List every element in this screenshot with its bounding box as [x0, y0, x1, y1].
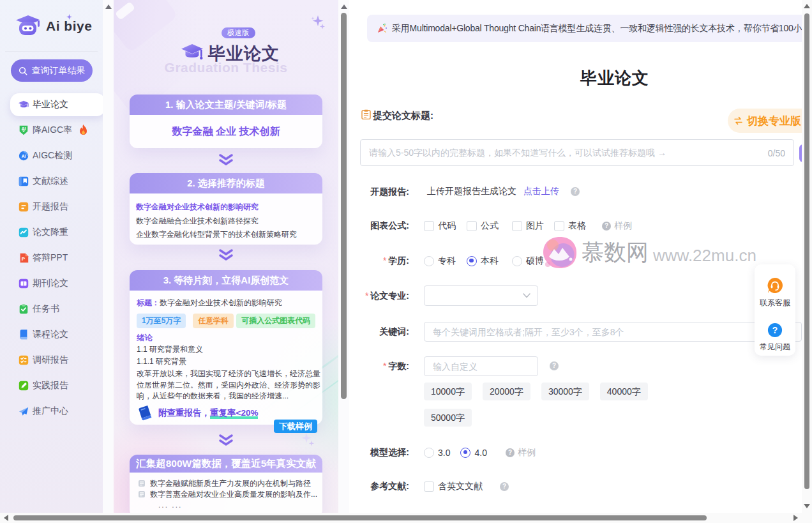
contact-service-item[interactable]: 联系客服	[755, 277, 795, 308]
keywords-input[interactable]	[433, 322, 772, 341]
scroll-up-arrow-icon[interactable]	[105, 4, 112, 9]
defense-ppt-icon: P	[18, 252, 29, 264]
customer-service-icon	[767, 277, 783, 294]
word-option-10000[interactable]: 10000字	[424, 383, 472, 400]
radio-label[interactable]: 3.0	[438, 448, 450, 458]
faq-item[interactable]: ? 常见问题	[755, 322, 795, 352]
scroll-right-arrow-icon[interactable]	[793, 515, 798, 521]
word-option-30000[interactable]: 30000字	[541, 383, 589, 400]
help-question-icon[interactable]	[550, 361, 559, 370]
click-upload-link[interactable]: 点击上传	[523, 186, 559, 197]
radio-label[interactable]: 4.0	[474, 448, 486, 458]
checkbox-label[interactable]: 含英文文献	[438, 481, 483, 492]
help-question-icon[interactable]	[506, 448, 515, 457]
recommended-title[interactable]: 数字金融融合企业技术创新路径探究	[136, 215, 317, 227]
promo-panel: 极速版 毕业论文 Graduation Thesis 1. 输入论文主题/关键词…	[114, 0, 338, 513]
checkbox-code[interactable]	[424, 221, 434, 231]
checkbox-table[interactable]	[554, 221, 564, 231]
sample-link[interactable]: 样例	[614, 220, 632, 232]
thesis-title-input[interactable]	[369, 140, 739, 165]
sidebar-item-paper-dedup[interactable]: 论文降重	[0, 220, 103, 245]
aigc-detect-icon: AI	[18, 150, 29, 162]
horizontal-scrollbar[interactable]	[0, 513, 802, 523]
word-count-input[interactable]	[433, 357, 529, 375]
checkbox-label[interactable]: 代码	[438, 220, 456, 232]
scroll-up-arrow-icon[interactable]	[341, 4, 347, 9]
sidebar-item-journal-paper[interactable]: 期刊论文	[0, 271, 103, 296]
document-icon	[138, 480, 146, 487]
scrollbar-thumb[interactable]	[13, 515, 707, 520]
sidebar-item-survey-report[interactable]: 调研报告	[0, 347, 103, 373]
help-floating-card: 联系客服 ? 常见问题	[755, 264, 795, 356]
download-sample-button[interactable]: 下载样例	[274, 420, 317, 433]
sample-link[interactable]: 样例	[518, 447, 536, 459]
sidebar-item-practice-report[interactable]: 实践报告	[0, 373, 103, 398]
sample-paragraph: 改革开放以来，我国实现了经济的飞速增长，经济总量位居世界第二位。然而，受国内外政…	[137, 368, 323, 402]
checkbox-label[interactable]: 公式	[481, 220, 499, 232]
help-question-icon[interactable]	[571, 187, 580, 196]
graduation-cap-icon	[18, 99, 29, 110]
help-question-icon[interactable]	[602, 222, 611, 231]
radio-master-doctor[interactable]	[512, 256, 522, 266]
vertical-scrollbar[interactable]	[802, 0, 812, 513]
checkbox-formula[interactable]	[467, 221, 477, 231]
sample-line: 1.1 研究背景和意义	[137, 344, 315, 356]
search-icon	[19, 66, 27, 75]
checkbox-label[interactable]: 表格	[568, 220, 586, 232]
radio-model-4-selected[interactable]	[460, 448, 470, 458]
promo-data-card: 汇集超800W篇数据，覆盖近5年真实文献 数字金融赋能新质生产力发展的内在机制与…	[130, 455, 322, 513]
sparkle-icon	[308, 15, 325, 32]
checkbox-label[interactable]: 图片	[526, 220, 544, 232]
checkbox-english-reference[interactable]	[424, 481, 434, 492]
radio-label[interactable]: 专科	[438, 255, 456, 267]
word-count-field	[424, 356, 538, 376]
robot-graduate-logo-icon	[14, 15, 43, 38]
proposal-text: 上传开题报告生成论文	[427, 186, 516, 197]
scroll-up-arrow-icon[interactable]	[804, 4, 810, 8]
radio-bachelor-selected[interactable]	[467, 256, 477, 266]
query-order-button[interactable]: 查询订单结果	[11, 59, 93, 82]
app-window: Ai biye 查询订单结果	[0, 0, 812, 523]
sidebar-scrollbar[interactable]	[103, 0, 114, 513]
faq-icon: ?	[767, 322, 783, 338]
promo-scrollbar[interactable]	[338, 0, 349, 513]
recommended-title[interactable]: 数字金融对企业技术创新的影响研究	[136, 201, 317, 213]
radio-model-3[interactable]	[424, 448, 434, 458]
scrollbar-thumb[interactable]	[341, 13, 347, 399]
scroll-left-arrow-icon[interactable]	[4, 515, 8, 521]
sidebar-item-graduation-thesis[interactable]: 毕业论文	[0, 92, 103, 117]
degree-label: *学历:	[349, 255, 409, 267]
radio-label[interactable]: 硕博	[526, 255, 544, 267]
scroll-down-arrow-icon[interactable]	[804, 504, 810, 508]
sidebar-item-label: 调研报告	[33, 354, 68, 366]
sidebar-item-literature-review[interactable]: 文献综述	[0, 169, 103, 194]
chevron-down-icon	[523, 293, 530, 298]
report-note: 附查重报告，	[158, 408, 210, 418]
switch-pro-button[interactable]: 切换专业版	[728, 109, 812, 133]
major-select[interactable]	[424, 285, 538, 306]
sidebar-item-defense-ppt[interactable]: P 答辩PPT	[0, 245, 103, 271]
sidebar-item-proposal-report[interactable]: 开题报告	[0, 194, 103, 220]
sidebar-item-aigc-detect[interactable]: AI AIGC检测	[0, 143, 103, 169]
word-option-20000[interactable]: 20000字	[483, 383, 530, 400]
required-star: *	[383, 361, 386, 371]
recommended-title[interactable]: 企业数字金融化转型背景下的技术创新策略研究	[136, 229, 317, 241]
word-option-50000[interactable]: 50000字	[424, 409, 472, 427]
radio-junior-college[interactable]	[424, 256, 434, 266]
sidebar-item-course-paper[interactable]: 课程论文	[0, 322, 103, 347]
swap-icon	[733, 116, 744, 125]
promo-step3-card: 3. 等待片刻，立得AI原创范文 标题：数字金融对企业技术创新的影响研究 1万至…	[130, 270, 322, 425]
query-order-label: 查询订单结果	[32, 65, 86, 77]
required-star: *	[365, 291, 368, 301]
sidebar-item-promotion-center[interactable]: 推广中心	[0, 398, 103, 424]
sidebar-item-task-book[interactable]: 任务书	[0, 296, 103, 322]
tag-any-subject: 任意学科	[193, 314, 234, 328]
radio-label[interactable]: 本科	[481, 255, 499, 267]
checkbox-image[interactable]	[512, 221, 522, 231]
submit-title-label: 提交论文标题:	[373, 110, 433, 122]
help-question-icon[interactable]	[500, 482, 509, 491]
logo: Ai biye	[14, 14, 92, 38]
word-option-40000[interactable]: 40000字	[600, 383, 648, 400]
scrollbar-thumb[interactable]	[804, 13, 809, 489]
sidebar-item-reduce-aigc[interactable]: AI 降AIGC率	[0, 117, 103, 143]
